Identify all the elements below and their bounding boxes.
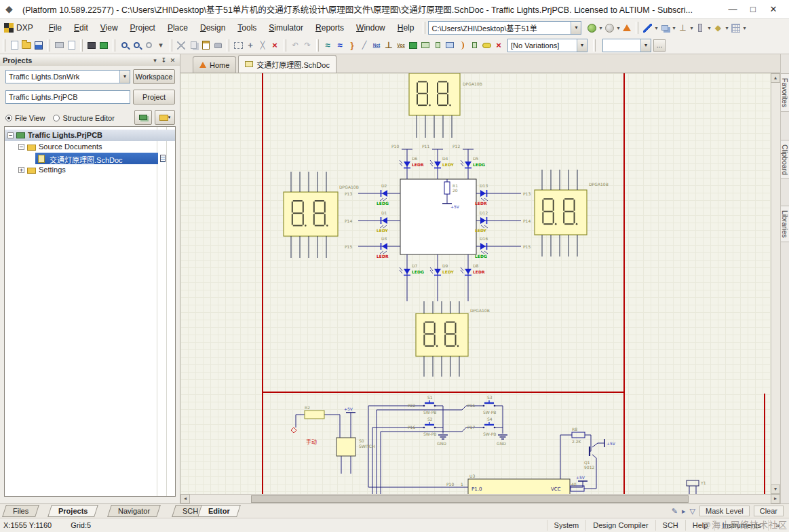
menu-project[interactable]: Project <box>124 21 161 35</box>
back-icon-dropdown[interactable]: ▾ <box>598 25 603 31</box>
net-label-icon[interactable]: Net <box>370 39 383 52</box>
crossroad-square[interactable] <box>400 179 476 254</box>
tab-files[interactable]: Files <box>2 505 39 517</box>
schematic-canvas[interactable]: D6LEDRD4LEDYD5LEDGD2LEDGD1LEDYD3LEDRD13L… <box>180 73 771 494</box>
open-project-button[interactable]: ▾ <box>155 110 175 125</box>
panel-pin-icon[interactable]: ↧ <box>159 57 168 64</box>
select-area-icon[interactable] <box>232 39 244 52</box>
sheet-symbol-icon[interactable] <box>419 39 431 52</box>
system-button-design-compiler[interactable]: Design Compiler <box>585 520 655 531</box>
menu-simulator[interactable]: Simulator <box>263 21 309 35</box>
led-D5[interactable]: D5LEDG <box>461 156 485 168</box>
place-bus-icon[interactable]: ≈ <box>334 39 346 52</box>
pushbutton-S3[interactable]: S3SW-PBP15 <box>467 395 497 415</box>
tree-item-Source Documents[interactable]: −Source Documents <box>5 141 175 153</box>
menu-place[interactable]: Place <box>161 21 194 35</box>
scroll-right-arrow[interactable]: ▸ <box>771 494 780 504</box>
sheets-tool-icon[interactable] <box>659 22 671 34</box>
cross-probe-icon[interactable]: ╳ <box>256 39 269 52</box>
gnd-symbol[interactable]: GND <box>497 435 507 446</box>
print-icon[interactable] <box>53 39 65 52</box>
hscroll-thumb[interactable] <box>251 495 689 503</box>
workspace-button[interactable]: Workspace <box>133 69 175 84</box>
project-combo[interactable]: Traffic Lights.PrjPCB <box>5 90 130 104</box>
clear-button[interactable]: Clear <box>754 506 784 516</box>
seven-segment-display[interactable] <box>409 73 460 138</box>
led-D8[interactable]: D8LEDR <box>461 263 485 276</box>
wire-tool-icon[interactable] <box>641 22 653 34</box>
menu-design[interactable]: Design <box>194 21 231 35</box>
diamond-tool-icon[interactable]: ◆ <box>712 22 724 34</box>
led-D13[interactable]: D13LEDR <box>475 183 488 206</box>
workspace-combo-dropdown[interactable]: ▾ <box>119 71 130 83</box>
print-preview-icon[interactable] <box>65 39 77 52</box>
tree-expander[interactable]: − <box>7 132 14 138</box>
up-icon[interactable] <box>621 22 633 34</box>
place-wire-icon[interactable]: ≈ <box>322 39 334 52</box>
led-D9[interactable]: D9LEDY <box>430 263 454 276</box>
mask-level-button[interactable]: Mask Level <box>699 506 750 516</box>
vertical-scrollbar[interactable]: ▴ ▾ <box>771 73 780 494</box>
tree-item-Traffic Lights.PrjPCB[interactable]: −Traffic Lights.PrjPCB <box>5 130 175 141</box>
pushbutton-S2[interactable]: S2SW-PBP16 <box>408 417 438 436</box>
side-tab-libraries[interactable]: Libraries <box>781 206 789 242</box>
seven-segment-display[interactable] <box>416 301 468 377</box>
redo-icon[interactable]: ↷ <box>301 39 313 52</box>
workspace-combo[interactable]: Traffic Lights.DsnWrk ▾ <box>5 70 130 83</box>
grid-tool-icon[interactable] <box>729 22 742 34</box>
led-D6[interactable]: D6LEDR <box>400 156 424 168</box>
paste-icon[interactable] <box>199 39 212 52</box>
copy-icon[interactable] <box>187 39 199 52</box>
mini-combo-dropdown[interactable]: ▾ <box>640 39 651 52</box>
power-port-tool-icon[interactable]: ⊥ <box>676 22 689 34</box>
menu-view[interactable]: View <box>94 21 124 35</box>
zoom-selection-icon[interactable] <box>142 39 155 52</box>
mini-combo[interactable]: ▾ <box>602 39 651 52</box>
vcc-port-icon[interactable]: Vcc <box>395 39 407 52</box>
led-D16[interactable]: D16LEDG <box>475 236 488 259</box>
move-icon[interactable]: + <box>244 39 256 52</box>
pushbutton-S4[interactable]: S4SW-PBP17 <box>467 417 497 436</box>
place-part-icon[interactable] <box>407 39 419 52</box>
annotate-icon[interactable]: ✎ <box>672 507 678 516</box>
battery-tool-icon[interactable] <box>694 22 706 34</box>
minimize-button[interactable]: — <box>723 4 743 14</box>
wire-tool-icon-dropdown[interactable]: ▾ <box>653 25 659 31</box>
board-view-icon[interactable] <box>98 39 110 52</box>
cut-icon[interactable] <box>175 39 187 52</box>
device-view-icon[interactable] <box>85 39 98 52</box>
forward-icon[interactable] <box>603 22 615 34</box>
power-port-+5V[interactable]: +5V <box>344 406 355 413</box>
tab-editor[interactable]: Editor <box>197 505 241 517</box>
led-D7[interactable]: D7LEDG <box>400 263 424 276</box>
forward-icon-dropdown[interactable]: ▾ <box>615 25 621 31</box>
tab-projects[interactable]: Projects <box>47 505 98 517</box>
horizontal-scrollbar[interactable]: ◂ ▸ <box>180 494 780 504</box>
menu-edit[interactable]: Edit <box>68 21 94 35</box>
led-D2[interactable]: D2LEDG <box>377 183 389 206</box>
close-button[interactable]: ✕ <box>763 4 784 14</box>
maximize-button[interactable]: □ <box>743 4 763 14</box>
panel-close-icon[interactable]: ✕ <box>168 57 177 64</box>
polyline-icon[interactable]: ╱ <box>358 39 370 52</box>
seven-segment-display[interactable] <box>535 170 587 256</box>
zoom-area-icon[interactable] <box>130 39 142 52</box>
schematic-drawing[interactable]: D6LEDRD4LEDYD5LEDGD2LEDGD1LEDYD3LEDRD13L… <box>180 73 771 494</box>
doc-tab-Home[interactable]: Home <box>193 56 236 73</box>
zoom-dropdown-icon[interactable]: ▾ <box>155 39 167 52</box>
path-combo-dropdown[interactable]: ▾ <box>571 22 581 34</box>
led-D1[interactable]: D1LEDY <box>377 210 388 233</box>
place-port-icon[interactable] <box>480 39 493 52</box>
led-D3[interactable]: D3LEDR <box>377 236 389 259</box>
led-D4[interactable]: D4LEDY <box>430 156 454 168</box>
tree-expander[interactable]: − <box>18 144 24 150</box>
path-combo[interactable]: C:\Users\ZHI\Desktop\基于51单 ▾ <box>428 21 581 35</box>
power-port-tool-icon-dropdown[interactable]: ▾ <box>689 25 694 31</box>
tab-navigator[interactable]: Navigator <box>107 505 161 517</box>
z oom-fit-icon[interactable] <box>118 39 130 52</box>
gnd-symbol[interactable]: GND <box>437 435 448 446</box>
undo-icon[interactable]: ↶ <box>289 39 301 52</box>
menu-file[interactable]: File <box>43 21 68 35</box>
grid-tool-icon-dropdown[interactable]: ▾ <box>742 25 747 31</box>
sheet-entry-icon[interactable] <box>431 39 444 52</box>
